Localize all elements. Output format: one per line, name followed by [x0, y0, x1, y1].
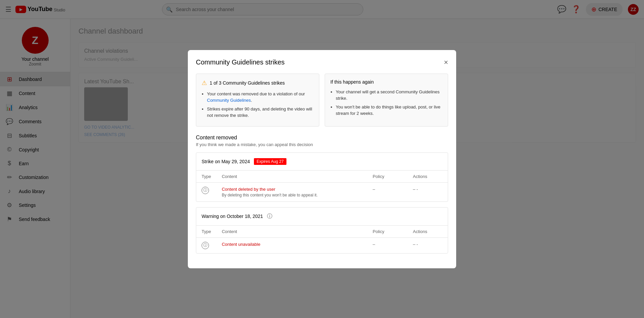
- actions-header-2: Actions: [408, 226, 448, 238]
- expires-badge: Expires Aug 27: [254, 158, 286, 165]
- strike-1-row: ⓘ Content deleted by the user By deletin…: [196, 182, 448, 201]
- strike-1-thead: Type Content Policy Actions: [196, 171, 448, 183]
- strike-2-actions: – -: [408, 237, 448, 253]
- strike-1-header: Strike on May 29, 2024 Expires Aug 27: [196, 153, 448, 171]
- type-header-2: Type: [196, 226, 216, 238]
- strike-info-panel: ⚠ 1 of 3 Community Guidelines strikes Yo…: [196, 74, 319, 127]
- strike-2-thead: Type Content Policy Actions: [196, 226, 448, 238]
- actions-header: Actions: [408, 171, 448, 183]
- strike-2-header-row: Type Content Policy Actions: [196, 226, 448, 238]
- strike-info-item-2: Strikes expire after 90 days, and deleti…: [207, 106, 314, 119]
- strike-1-type: ⓘ: [196, 182, 216, 201]
- strike-1-content: Content deleted by the user By deleting …: [216, 182, 367, 201]
- strike-1-policy: –: [367, 182, 408, 201]
- if-happens-again-item-2: You won't be able to do things like uplo…: [336, 104, 442, 117]
- modal-title: Community Guidelines strikes: [196, 58, 285, 66]
- if-happens-again-header: If this happens again: [330, 79, 442, 85]
- warning-icon: ⚠: [202, 79, 207, 87]
- content-removed-title: Content removed: [196, 135, 448, 141]
- strike-section-1: Strike on May 29, 2024 Expires Aug 27 Ty…: [196, 152, 448, 202]
- if-happens-again-title: If this happens again: [330, 79, 374, 85]
- strike-2-row: ⓘ Content unavailable – – -: [196, 237, 448, 253]
- if-happens-again-item-1: Your channel will get a second Community…: [336, 89, 442, 102]
- policy-header-2: Policy: [367, 226, 408, 238]
- content-deleted-note: By deleting this content you won't be ab…: [222, 193, 362, 197]
- content-removed-subtitle: If you think we made a mistake, you can …: [196, 142, 448, 147]
- content-removed-section: Content removed If you think we made a m…: [196, 135, 448, 254]
- modal-overlay: Community Guidelines strikes × ⚠ 1 of 3 …: [0, 0, 644, 318]
- content-header: Content: [216, 171, 367, 183]
- strike-2-header: Warning on October 18, 2021 ⓘ: [196, 208, 448, 226]
- if-happens-again-list: Your channel will get a second Community…: [330, 89, 442, 117]
- strike-info-list: Your content was removed due to a violat…: [202, 91, 314, 119]
- info-circle-icon-2[interactable]: ⓘ: [202, 242, 209, 249]
- policy-header: Policy: [367, 171, 408, 183]
- type-header: Type: [196, 171, 216, 183]
- community-guidelines-modal: Community Guidelines strikes × ⚠ 1 of 3 …: [188, 50, 456, 268]
- strike-1-table: Type Content Policy Actions ⓘ Con: [196, 171, 448, 201]
- strike-2-date: Warning on October 18, 2021: [202, 214, 263, 219]
- strike-2-policy: –: [367, 237, 408, 253]
- info-panels: ⚠ 1 of 3 Community Guidelines strikes Yo…: [196, 74, 448, 127]
- warning-info-icon[interactable]: ⓘ: [267, 213, 272, 220]
- strike-info-item-1: Your content was removed due to a violat…: [207, 91, 314, 104]
- strike-2-content: Content unavailable: [216, 237, 367, 253]
- strike-1-tbody: ⓘ Content deleted by the user By deletin…: [196, 182, 448, 201]
- strike-1-header-row: Type Content Policy Actions: [196, 171, 448, 183]
- if-happens-again-panel: If this happens again Your channel will …: [325, 74, 448, 127]
- community-guidelines-link[interactable]: Community Guidelines: [207, 98, 251, 103]
- strike-1-date: Strike on May 29, 2024: [202, 159, 250, 164]
- strike-count-label: 1 of 3 Community Guidelines strikes: [210, 80, 285, 86]
- modal-header: Community Guidelines strikes ×: [196, 58, 448, 67]
- strike-count-header: ⚠ 1 of 3 Community Guidelines strikes: [202, 79, 314, 87]
- strike-2-type: ⓘ: [196, 237, 216, 253]
- content-unavailable-label[interactable]: Content unavailable: [222, 242, 362, 247]
- content-header-2: Content: [216, 226, 367, 238]
- modal-close-button[interactable]: ×: [444, 58, 448, 67]
- info-circle-icon[interactable]: ⓘ: [202, 187, 209, 194]
- content-deleted-label[interactable]: Content deleted by the user: [222, 187, 362, 192]
- strike-2-tbody: ⓘ Content unavailable – – -: [196, 237, 448, 253]
- strike-1-actions: – -: [408, 182, 448, 201]
- strike-section-2: Warning on October 18, 2021 ⓘ Type Conte…: [196, 207, 448, 254]
- strike-2-table: Type Content Policy Actions ⓘ Con: [196, 226, 448, 253]
